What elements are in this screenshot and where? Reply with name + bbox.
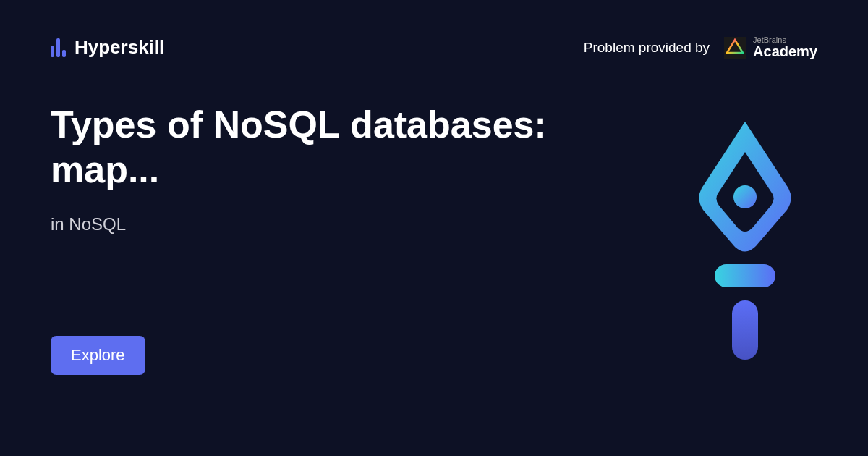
explore-button[interactable]: Explore	[51, 336, 145, 375]
provider-text: Problem provided by	[584, 40, 710, 56]
jetbrains-academy-icon	[724, 37, 746, 59]
header: Hyperskill Problem provided by	[0, 0, 868, 59]
provider-block: Problem provided by JetBrains	[584, 36, 817, 59]
svg-rect-4	[732, 300, 758, 360]
academy-logo[interactable]: JetBrains Academy	[724, 36, 817, 59]
content-block: Types of NoSQL databases: map... in NoSQ…	[51, 102, 571, 375]
pen-graphic-icon	[687, 116, 803, 362]
academy-text: JetBrains Academy	[753, 36, 817, 59]
svg-rect-3	[715, 264, 775, 287]
brand-name: Hyperskill	[75, 36, 164, 59]
hyperskill-icon	[51, 38, 66, 57]
svg-point-2	[733, 185, 757, 208]
subtitle: in NoSQL	[51, 214, 571, 235]
academy-brand-bottom: Academy	[753, 44, 817, 59]
page-title: Types of NoSQL databases: map...	[51, 102, 571, 193]
brand-logo[interactable]: Hyperskill	[51, 36, 164, 59]
